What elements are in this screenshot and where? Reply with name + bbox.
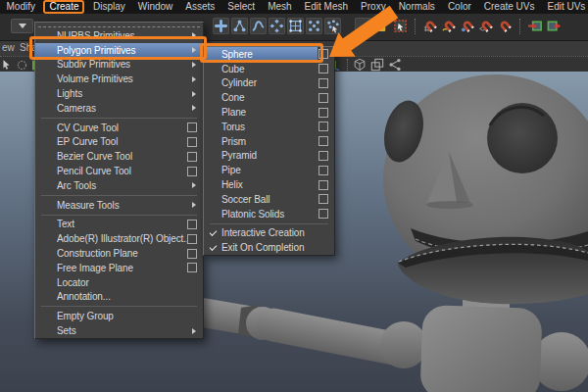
create-menu-item-nurbs-primitives[interactable]: NURBS Primitives [35,28,203,43]
menu-edit-uvs[interactable]: Edit UVs [541,0,588,14]
create-menu-item-cameras[interactable]: Cameras [35,101,203,116]
polygon-submenu-item-interactive-creation[interactable]: Interactive Creation [204,226,334,241]
create-menu-item-text[interactable]: Text [35,218,203,232]
tearoff-handle[interactable] [38,23,200,27]
status-line-icons [213,18,563,34]
menu-select[interactable]: Select [221,0,262,14]
conn-output-icon[interactable] [546,18,563,34]
create-menu-item-volume-primitives[interactable]: Volume Primitives [35,72,203,86]
create-menu-separator [41,118,197,119]
option-box[interactable] [318,194,328,204]
polygon-submenu-item-prism[interactable]: Prism [204,134,334,149]
option-box[interactable] [187,249,197,259]
quad-icon[interactable] [269,18,285,34]
menu-assets[interactable]: Assets [179,0,221,14]
polygon-submenu-item-platonic-solids[interactable]: Platonic Solids [204,207,334,221]
menu-window[interactable]: Window [131,0,179,14]
option-box[interactable] [187,137,197,147]
snap-live-icon[interactable] [497,18,514,34]
option-box[interactable] [318,122,328,131]
lattice-icon[interactable] [287,18,304,34]
points-icon[interactable] [306,18,322,34]
cursor-tool-icon[interactable] [1,58,14,71]
polygon-submenu-item-label: Interactive Creation [221,227,330,238]
polygon-submenu-item-soccer-ball[interactable]: Soccer Ball [204,192,334,207]
create-menu-item-pencil-curve-tool[interactable]: Pencil Curve Tool [35,164,203,178]
option-box[interactable] [318,166,328,175]
highlight-select-icon[interactable] [392,18,409,34]
option-box[interactable] [318,209,328,219]
create-menu-item-construction-plane[interactable]: Construction Plane [35,246,203,261]
frame-icon[interactable] [370,58,384,72]
polygon-submenu-item-sphere[interactable]: Sphere [204,47,334,62]
option-box[interactable] [187,234,197,244]
submenu-arrow-icon [192,105,196,111]
option-box[interactable] [318,93,328,103]
create-menu-item-lights[interactable]: Lights [35,86,203,101]
create-menu-item-free-image-plane[interactable]: Free Image Plane [35,261,203,275]
conn-input-icon[interactable] [527,18,544,34]
create-menu-item-subdiv-primitives[interactable]: Subdiv Primitives [35,58,203,73]
create-menu-item-polygon-primitives[interactable]: Polygon Primitives [35,43,203,58]
option-box[interactable] [187,220,197,229]
option-box[interactable] [187,263,197,272]
snap-curve-icon[interactable] [441,18,458,34]
lasso-tool-icon[interactable] [16,58,28,71]
create-menu-item-label: Sets [57,325,192,336]
cube-icon[interactable] [353,58,367,72]
menu-display[interactable]: Display [86,0,131,14]
snap-grid-icon[interactable] [422,18,439,34]
partially-visible-icon[interactable] [355,18,371,34]
polygon-submenu-item-exit-on-completion[interactable]: Exit On Completion [204,240,334,255]
snap-plane-icon[interactable] [478,18,495,34]
menu-proxy[interactable]: Proxy [355,0,393,14]
create-menu-item-ep-curve-tool[interactable]: EP Curve Tool [35,135,203,150]
menu-normals[interactable]: Normals [392,0,441,14]
menu-mesh[interactable]: Mesh [262,0,298,14]
polygon-submenu-item-pyramid[interactable]: Pyramid [204,149,334,164]
polygon-submenu-item-cone[interactable]: Cone [204,90,334,105]
option-box[interactable] [318,64,328,74]
create-menu-item-adobe-r-illustrator-r-object[interactable]: Adobe(R) Illustrator(R) Object... [35,231,203,246]
create-menu-item-arc-tools[interactable]: Arc Tools [35,178,203,193]
menu-color[interactable]: Color [441,0,477,14]
particles-icon[interactable] [324,18,341,34]
create-menu-item-label: Construction Plane [57,248,187,259]
menu-bar: ModifyCreateDisplayWindowAssetsSelectMes… [0,0,588,14]
create-menu-item-label: Empty Group [57,311,199,321]
option-box[interactable] [318,108,328,118]
create-menu-item-cv-curve-tool[interactable]: CV Curve Tool [35,121,203,135]
plus-icon[interactable] [213,18,229,34]
menu-modify[interactable]: Modify [0,0,41,14]
create-menu-item-sets[interactable]: Sets [35,323,203,338]
create-menu-item-empty-group[interactable]: Empty Group [35,309,203,323]
share-icon[interactable] [388,58,402,72]
polygon-submenu-item-torus[interactable]: Torus [204,120,334,134]
polygon-submenu-item-helix[interactable]: Helix [204,177,334,192]
option-box[interactable] [318,151,328,161]
option-box[interactable] [318,49,328,59]
option-box[interactable] [318,78,328,88]
menu-create-uvs[interactable]: Create UVs [477,0,541,14]
option-box[interactable] [318,180,328,190]
cluster-icon[interactable] [231,18,248,34]
option-box[interactable] [187,122,197,132]
create-menu-item-measure-tools[interactable]: Measure Tools [35,198,203,213]
menu-set-dropdown[interactable] [11,19,33,33]
option-box[interactable] [318,136,328,146]
panel-menu-partial-view[interactable]: ew [2,42,15,53]
option-box[interactable] [187,152,197,162]
polygon-submenu-item-cylinder[interactable]: Cylinder [204,76,334,91]
snap-point-icon[interactable] [460,18,476,34]
polygon-submenu-item-cube[interactable]: Cube [204,62,334,76]
menu-create[interactable]: Create [43,0,84,14]
create-menu-item-bezier-curve-tool[interactable]: Bezier Curve Tool [35,149,203,164]
create-menu-item-annotation[interactable]: Annotation... [35,290,203,305]
lock-icon[interactable] [373,18,390,34]
option-box[interactable] [187,167,197,176]
polygon-submenu-item-plane[interactable]: Plane [204,105,334,120]
create-menu-item-locator[interactable]: Locator [35,275,203,290]
menu-edit-mesh[interactable]: Edit Mesh [298,0,354,14]
curve-icon[interactable] [250,18,267,34]
polygon-submenu-item-pipe[interactable]: Pipe [204,163,334,177]
